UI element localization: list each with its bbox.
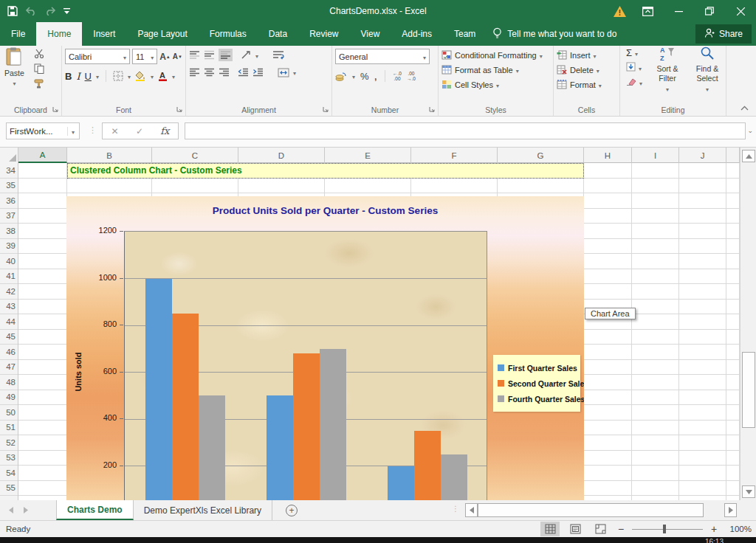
bar-first-quarter-sales[interactable] xyxy=(388,466,414,501)
chart-area[interactable]: Product Units Sold per Quarter - Custom … xyxy=(66,196,584,500)
column-header-J[interactable]: J xyxy=(679,148,726,163)
align-top-icon[interactable] xyxy=(189,50,200,60)
row-header-50[interactable]: 50 xyxy=(0,405,18,421)
align-bottom-icon[interactable] xyxy=(219,49,233,61)
accounting-format-icon[interactable] xyxy=(335,72,347,81)
column-header-F[interactable]: F xyxy=(411,148,498,163)
bar-first-quarter-sales[interactable] xyxy=(145,279,172,501)
number-dialog-launcher[interactable] xyxy=(429,106,436,114)
font-name-combo[interactable]: Calibri xyxy=(65,49,130,64)
insert-function-icon[interactable]: fx xyxy=(160,125,169,136)
font-color-icon[interactable]: A xyxy=(158,71,168,81)
horizontal-scrollbar[interactable] xyxy=(465,503,737,517)
increase-font-icon[interactable]: A▲ xyxy=(159,52,171,62)
row-header-40[interactable]: 40 xyxy=(0,254,18,269)
bar-fourth-quarter-sales[interactable] xyxy=(320,349,346,500)
increase-decimal-icon[interactable]: ←.0.00 xyxy=(393,71,402,81)
column-header-B[interactable]: B xyxy=(67,148,152,163)
align-right-icon[interactable] xyxy=(219,68,230,77)
row-header-54[interactable]: 54 xyxy=(0,466,18,481)
insert-cells-button[interactable]: Insert xyxy=(557,48,616,63)
sheet-tab-demo-expertxls[interactable]: Demo ExpertXls Excel Library xyxy=(134,500,272,520)
column-header-C[interactable]: C xyxy=(152,148,238,163)
row-header-36[interactable]: 36 xyxy=(0,193,18,209)
sheet-nav-right-icon[interactable] xyxy=(24,505,28,516)
column-header-I[interactable]: I xyxy=(632,148,679,163)
undo-icon[interactable] xyxy=(25,7,37,15)
tab-page-layout[interactable]: Page Layout xyxy=(126,22,198,46)
align-middle-icon[interactable] xyxy=(204,50,215,60)
redo-icon[interactable] xyxy=(44,7,56,15)
chart-y-axis-title[interactable]: Units sold xyxy=(74,350,83,394)
save-icon[interactable] xyxy=(7,6,18,16)
find-select-button[interactable]: Find & Select xyxy=(688,46,726,94)
bar-second-quarter-sales[interactable] xyxy=(414,431,441,500)
autosum-button[interactable]: Σ xyxy=(626,47,642,58)
scroll-up-arrow[interactable] xyxy=(742,150,755,162)
underline-icon[interactable]: U xyxy=(85,71,92,82)
formula-input[interactable] xyxy=(185,122,746,139)
tab-add-ins[interactable]: Add-ins xyxy=(391,22,443,46)
tab-bar-grip[interactable]: ⋮ xyxy=(452,505,459,513)
font-dialog-launcher[interactable] xyxy=(176,106,184,114)
align-center-icon[interactable] xyxy=(204,68,215,77)
row-header-51[interactable]: 51 xyxy=(0,421,18,436)
increase-indent-icon[interactable] xyxy=(252,68,264,77)
column-header-E[interactable]: E xyxy=(325,148,411,163)
new-sheet-button[interactable]: + xyxy=(286,500,298,520)
zoom-percent[interactable]: 100% xyxy=(725,525,752,533)
orientation-icon[interactable] xyxy=(241,50,252,60)
decrease-indent-icon[interactable] xyxy=(238,68,249,77)
borders-icon[interactable] xyxy=(113,71,123,81)
row-header-48[interactable]: 48 xyxy=(0,375,18,390)
sheet-tab-charts-demo[interactable]: Charts Demo xyxy=(56,500,134,520)
format-painter-icon[interactable] xyxy=(34,79,44,89)
tell-me-box[interactable]: Tell me what you want to do xyxy=(492,22,616,46)
row-header-45[interactable]: 45 xyxy=(0,330,18,345)
zoom-slider[interactable] xyxy=(632,522,703,536)
decrease-decimal-icon[interactable]: .00→.0 xyxy=(407,71,416,81)
page-break-preview-icon[interactable] xyxy=(591,522,610,536)
tab-insert[interactable]: Insert xyxy=(82,22,126,46)
sort-filter-button[interactable]: AZ Sort & Filter xyxy=(648,46,687,94)
normal-view-icon[interactable] xyxy=(540,522,560,536)
enter-entry-icon[interactable]: ✓ xyxy=(136,126,143,136)
row-header-43[interactable]: 43 xyxy=(0,300,18,315)
vertical-scroll-thumb[interactable] xyxy=(742,352,755,428)
merge-center-icon[interactable] xyxy=(278,68,289,77)
chart-title[interactable]: Product Units Sold per Quarter - Custom … xyxy=(66,205,584,216)
format-cells-button[interactable]: Format xyxy=(557,77,616,92)
tab-team[interactable]: Team xyxy=(443,22,487,46)
bar-fourth-quarter-sales[interactable] xyxy=(441,454,467,500)
tab-view[interactable]: View xyxy=(350,22,391,46)
bar-second-quarter-sales[interactable] xyxy=(172,314,199,500)
italic-icon[interactable]: I xyxy=(76,71,80,82)
banner-cell[interactable]: Clustered Column Chart - Custom Series xyxy=(67,163,584,179)
delete-cells-button[interactable]: Delete xyxy=(557,63,616,77)
page-layout-view-icon[interactable] xyxy=(566,522,585,536)
close-button[interactable] xyxy=(725,0,756,22)
clipboard-dialog-launcher[interactable] xyxy=(52,106,60,114)
fill-button[interactable] xyxy=(626,62,642,73)
row-header-34[interactable]: 34 xyxy=(0,163,18,179)
row-header-42[interactable]: 42 xyxy=(0,284,18,300)
restore-button[interactable] xyxy=(694,0,725,22)
tab-formulas[interactable]: Formulas xyxy=(199,22,258,46)
chart-legend[interactable]: First Quarter SalesSecond Quarter SalesF… xyxy=(493,355,580,412)
row-header-37[interactable]: 37 xyxy=(0,209,18,224)
row-header-44[interactable]: 44 xyxy=(0,314,18,330)
fill-color-icon[interactable] xyxy=(135,71,146,81)
warning-icon[interactable] xyxy=(607,6,632,17)
tab-review[interactable]: Review xyxy=(298,22,349,46)
cell-grid[interactable]: Clustered Column Chart - Custom Series P… xyxy=(18,163,740,500)
minimize-button[interactable] xyxy=(663,0,694,22)
scroll-left-arrow[interactable] xyxy=(465,503,478,517)
column-header-D[interactable]: D xyxy=(238,148,325,163)
align-left-icon[interactable] xyxy=(189,68,200,77)
column-header-G[interactable]: G xyxy=(498,148,584,163)
column-header-A[interactable]: A xyxy=(18,148,67,163)
number-format-combo[interactable]: General xyxy=(335,49,430,64)
cancel-entry-icon[interactable]: ✕ xyxy=(111,126,119,136)
customize-qat-icon[interactable] xyxy=(63,8,70,15)
vertical-scrollbar[interactable] xyxy=(740,148,756,500)
